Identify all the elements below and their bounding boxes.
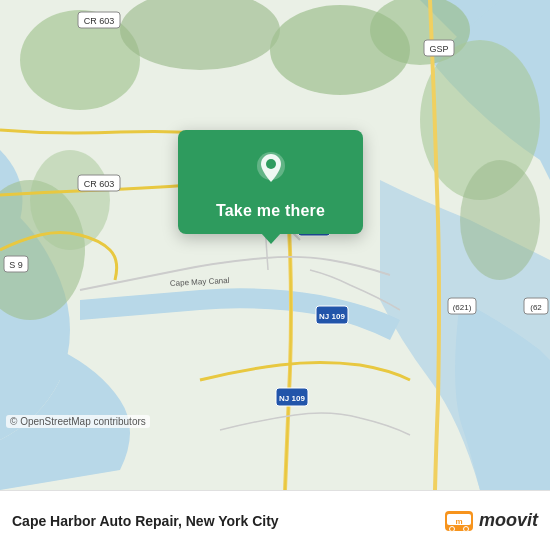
moovit-text: moovit xyxy=(479,510,538,531)
svg-point-6 xyxy=(460,160,540,280)
svg-text:GSP: GSP xyxy=(429,44,448,54)
map-attribution: © OpenStreetMap contributors xyxy=(6,415,150,428)
svg-text:S 9: S 9 xyxy=(9,260,23,270)
location-pin-icon xyxy=(249,148,293,192)
place-name: Cape Harbor Auto Repair, New York City xyxy=(12,513,443,529)
svg-point-32 xyxy=(449,526,454,531)
svg-text:NJ 109: NJ 109 xyxy=(319,312,345,321)
svg-text:(62: (62 xyxy=(530,303,542,312)
svg-text:m: m xyxy=(455,517,462,526)
location-card[interactable]: Take me there xyxy=(178,130,363,234)
svg-text:CR 603: CR 603 xyxy=(84,179,115,189)
map-container: CR 603 CR 603 S 9 GSP NJ 109 NJ 109 NJ 1… xyxy=(0,0,550,490)
moovit-logo: m moovit xyxy=(443,505,538,537)
svg-point-29 xyxy=(266,159,276,169)
moovit-icon: m xyxy=(443,505,475,537)
svg-text:CR 603: CR 603 xyxy=(84,16,115,26)
svg-text:NJ 109: NJ 109 xyxy=(279,394,305,403)
svg-text:(621): (621) xyxy=(453,303,472,312)
bottom-bar: Cape Harbor Auto Repair, New York City m… xyxy=(0,490,550,550)
svg-point-33 xyxy=(463,526,468,531)
card-label: Take me there xyxy=(216,202,325,220)
